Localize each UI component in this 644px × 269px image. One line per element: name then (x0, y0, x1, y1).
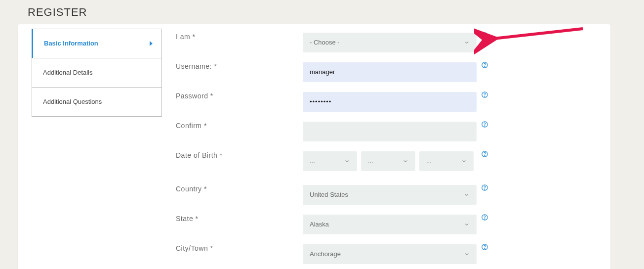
svg-point-15 (484, 248, 485, 249)
row-username: Username: * manager (176, 62, 522, 92)
svg-point-7 (484, 126, 485, 126)
label-dob: Date of Birth * (176, 151, 275, 159)
row-country: Country * United States (176, 185, 522, 215)
select-state-value: Alaska (310, 221, 329, 228)
row-confirm: Confirm * (176, 122, 522, 151)
chevron-down-icon (402, 158, 408, 164)
tab-additional-details[interactable]: Additional Details (32, 58, 161, 87)
svg-point-5 (484, 96, 485, 96)
svg-point-1 (484, 37, 485, 37)
select-dob-day[interactable]: ... (303, 151, 357, 171)
tab-label: Additional Questions (43, 98, 102, 105)
input-username[interactable]: manager (303, 62, 477, 82)
chevron-down-icon (464, 251, 470, 257)
chevron-down-icon (344, 158, 350, 164)
help-icon[interactable] (481, 61, 488, 69)
label-iam: I am * (176, 33, 275, 41)
label-confirm: Confirm * (176, 122, 275, 130)
dob-group: ... ... ... (303, 151, 477, 171)
row-state: State * Alaska (176, 215, 522, 244)
tab-additional-questions[interactable]: Additional Questions (32, 87, 161, 116)
step-tabs: Basic Information Additional Details Add… (32, 29, 162, 117)
select-dob-year-value: ... (426, 157, 432, 165)
label-state: State * (176, 215, 275, 223)
select-dob-day-value: ... (310, 157, 315, 165)
row-dob: Date of Birth * ... ... (176, 151, 522, 185)
label-country: Country * (176, 185, 275, 193)
label-password: Password * (176, 92, 275, 100)
label-city: City/Town * (176, 244, 275, 252)
select-country-value: United States (310, 191, 348, 198)
select-city-value: Anchorage (310, 250, 341, 258)
svg-point-13 (484, 219, 485, 219)
help-icon[interactable] (481, 91, 488, 98)
row-city: City/Town * Anchorage (176, 244, 522, 269)
label-username: Username: * (176, 62, 275, 70)
select-country[interactable]: United States (303, 185, 477, 205)
chevron-down-icon (464, 222, 470, 227)
svg-point-11 (484, 189, 485, 189)
help-icon[interactable] (481, 150, 488, 158)
caret-right-icon (150, 41, 153, 46)
chevron-down-icon (461, 158, 467, 164)
help-icon[interactable] (481, 121, 488, 128)
help-icon[interactable] (481, 184, 488, 191)
select-dob-year[interactable]: ... (419, 151, 474, 171)
select-iam-value: - Choose - (310, 39, 340, 46)
chevron-down-icon (464, 192, 470, 198)
tab-label: Additional Details (43, 69, 92, 76)
select-state[interactable]: Alaska (303, 215, 477, 234)
svg-point-9 (484, 155, 485, 156)
tab-basic-information[interactable]: Basic Information (32, 29, 161, 58)
select-dob-month[interactable]: ... (361, 151, 415, 171)
select-city[interactable]: Anchorage (303, 244, 477, 264)
tab-label: Basic Information (44, 40, 98, 47)
help-icon[interactable] (481, 32, 488, 39)
select-dob-month-value: ... (368, 157, 373, 165)
chevron-down-icon (464, 40, 470, 45)
help-icon[interactable] (481, 214, 488, 221)
register-form: I am * - Choose - Username: * manager (176, 33, 522, 269)
help-icon[interactable] (481, 243, 488, 251)
page-title: REGISTER (0, 0, 644, 19)
row-password: Password * •••••••• (176, 92, 522, 122)
input-password-value: •••••••• (310, 98, 331, 105)
row-iam: I am * - Choose - (176, 33, 522, 62)
svg-point-3 (484, 66, 485, 67)
select-iam[interactable]: - Choose - (303, 33, 477, 52)
form-card: Basic Information Additional Details Add… (18, 24, 610, 269)
input-username-value: manager (310, 68, 335, 76)
input-password[interactable]: •••••••• (303, 92, 477, 112)
input-confirm[interactable] (303, 122, 477, 141)
